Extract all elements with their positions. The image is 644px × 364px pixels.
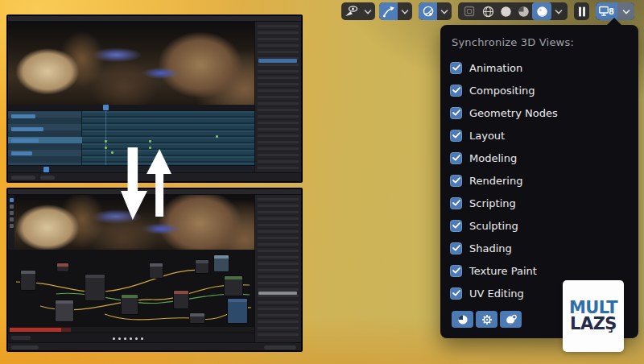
xray-box-icon[interactable] [460, 2, 479, 20]
shader-node-editor [8, 250, 254, 327]
sync-item-row[interactable]: Layout [450, 124, 629, 147]
sync-item-row[interactable]: Scripting [450, 192, 629, 214]
tool-icon [10, 205, 14, 209]
curve-arrow-icon[interactable] [379, 2, 398, 20]
keyframe-dot [149, 140, 151, 143]
viewport-toolstrip [8, 195, 14, 250]
properties-rows [258, 25, 299, 169]
channel-chip [11, 114, 35, 118]
shader-node-selected [227, 298, 248, 324]
checkbox-checked[interactable] [450, 85, 462, 97]
check-icon [452, 177, 460, 184]
checkbox-checked[interactable] [450, 175, 462, 187]
sync-item-label: Texture Paint [469, 265, 537, 277]
shader-node [85, 274, 105, 301]
material-preview-icon[interactable] [452, 311, 473, 328]
sync-item-label: Scripting [469, 197, 516, 209]
channel-chip [11, 139, 39, 143]
gear-icon[interactable] [476, 311, 497, 328]
progress-bar-dark [61, 328, 71, 332]
status-bar [8, 342, 301, 350]
keyframe-dot [105, 147, 107, 149]
checkbox-checked[interactable] [450, 62, 462, 74]
marker-dot [113, 337, 115, 340]
marker-dot [124, 337, 126, 340]
playhead-line [105, 111, 106, 165]
shading-sphere-icon[interactable] [500, 311, 522, 328]
blender-screenshot-shading [6, 188, 303, 352]
sync-item-row[interactable]: Animation [450, 56, 629, 79]
status-pill [11, 176, 35, 180]
chevron-down-icon[interactable] [361, 2, 375, 20]
shader-node [224, 275, 243, 296]
marker-pill [11, 336, 31, 340]
sync-item-row[interactable]: Geometry Nodes [450, 101, 629, 124]
toolbar-group-overlays [419, 2, 452, 20]
panel-button [258, 292, 297, 295]
sync-item-row[interactable]: Texture Paint [450, 259, 629, 282]
channel-chip [11, 127, 43, 131]
checkbox-checked[interactable] [450, 287, 462, 300]
sync-item-row[interactable]: Modeling [450, 147, 629, 169]
shader-node [173, 290, 189, 309]
keyframe-dot [149, 147, 151, 149]
sync-item-label: Modeling [469, 152, 517, 164]
toolbar-group-visibility [341, 2, 375, 20]
progress-bar-red [10, 328, 61, 332]
check-icon [452, 200, 460, 206]
material-preview-icon[interactable] [514, 2, 532, 20]
solid-sphere-icon[interactable] [497, 2, 514, 20]
marker-dot [135, 337, 138, 340]
toolbar-group-shading [458, 2, 568, 20]
checkbox-checked[interactable] [450, 265, 462, 277]
check-icon [452, 245, 460, 251]
shader-node [121, 294, 138, 315]
sphere-overlay-icon[interactable] [419, 2, 437, 20]
chevron-down-icon[interactable] [437, 2, 452, 20]
chevron-down-icon[interactable] [551, 2, 566, 20]
channel-chip [11, 151, 32, 155]
check-icon [452, 155, 460, 161]
checkbox-checked[interactable] [450, 220, 462, 232]
shader-node [55, 300, 74, 322]
tool-icon [10, 198, 14, 202]
timeline-ruler [8, 105, 254, 111]
keyframe-dot [105, 140, 107, 143]
checkbox-checked[interactable] [450, 130, 462, 142]
checkbox-checked[interactable] [450, 197, 462, 209]
playhead-marker [103, 105, 109, 110]
sync-item-row[interactable]: Shading [450, 237, 629, 259]
sync-item-label: Animation [469, 62, 522, 74]
tool-icon [10, 224, 14, 228]
status-pill [264, 345, 296, 350]
marker-dot [118, 337, 121, 340]
wireframe-globe-icon[interactable] [479, 2, 497, 20]
shader-node [189, 312, 205, 324]
frame-marker-strip [8, 333, 254, 342]
blender-screenshot-animation [6, 14, 303, 183]
sync-item-label: Layout [469, 130, 505, 142]
shader-node [195, 259, 209, 274]
tool-icon [10, 217, 14, 221]
panel-title: Synchronize 3D Views: [452, 36, 629, 48]
pause-icon[interactable] [574, 2, 589, 20]
keyframe-dot [216, 135, 218, 138]
sync-item-row[interactable]: Sculpting [450, 214, 629, 237]
checkbox-checked[interactable] [450, 242, 462, 254]
eye-cone-icon[interactable] [341, 2, 361, 20]
rendered-sphere-icon[interactable] [532, 2, 551, 20]
sync-item-label: Rendering [469, 175, 522, 187]
tool-icon [10, 211, 14, 215]
sync-item-row[interactable]: Compositing [450, 79, 629, 101]
selected-row [258, 59, 297, 63]
panel-notch [606, 18, 622, 26]
properties-panel [254, 195, 301, 342]
chevron-down-icon[interactable] [398, 2, 412, 20]
sync-item-row[interactable]: Rendering [450, 169, 629, 192]
properties-panel [254, 22, 301, 172]
checkbox-checked[interactable] [450, 152, 462, 164]
checkbox-checked[interactable] [450, 107, 462, 119]
status-pill [40, 176, 55, 180]
sync-items-list: Animation Compositing Geometry Nodes Lay… [450, 56, 629, 304]
multlais-logo: MULT LAZŞ [563, 280, 624, 352]
